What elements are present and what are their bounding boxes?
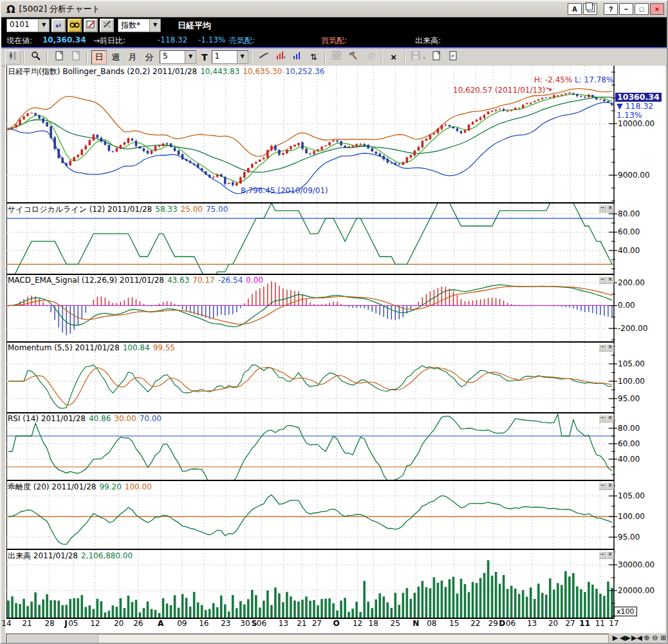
- page-property-button[interactable]: [429, 50, 444, 64]
- price-tag-value: 10360.34: [615, 93, 662, 102]
- grid-icon: [332, 51, 342, 61]
- panel-close-button[interactable]: ×: [606, 482, 614, 490]
- x-axis-label: 20: [114, 619, 124, 628]
- window-titlebar[interactable]: Ω [5002] 分析チャート A ? − □ ×: [1, 1, 667, 17]
- delete-all-button[interactable]: ×: [386, 50, 402, 64]
- indicator-value: 70.17: [192, 276, 214, 285]
- close-button[interactable]: ×: [650, 3, 664, 15]
- eraser-button[interactable]: [363, 50, 378, 64]
- scrollbar-thumb[interactable]: [7, 634, 98, 643]
- x-axis-label: 21: [22, 619, 32, 628]
- panel-rsi-canvas[interactable]: [6, 413, 614, 480]
- svg-text:P: P: [451, 53, 454, 59]
- draw-off-button[interactable]: [100, 19, 114, 32]
- dropdown-icon[interactable]: ▼: [38, 19, 49, 32]
- x-axis-label: J: [64, 619, 67, 628]
- grid-layout-button[interactable]: [329, 50, 345, 64]
- panel-minimize-button[interactable]: −: [598, 276, 606, 284]
- panel-minimize-button[interactable]: −: [598, 551, 606, 559]
- x-axis-label: 06: [257, 619, 266, 628]
- minute-interval-value: 5: [160, 51, 185, 63]
- panel-mom-canvas[interactable]: [6, 343, 614, 412]
- panel-close-button[interactable]: ×: [606, 205, 614, 213]
- memo-edit-button[interactable]: [84, 19, 98, 32]
- zoom-in-button[interactable]: ⊕: [643, 634, 651, 643]
- window-title: [5002] 分析チャート: [19, 3, 100, 15]
- panel-close-button[interactable]: ×: [606, 344, 614, 352]
- sort-updown-button[interactable]: ⇅: [306, 50, 322, 64]
- scroll-right-button[interactable]: ▶: [611, 634, 619, 643]
- toolbar-separator: [46, 51, 48, 64]
- trendline-tool-button[interactable]: [256, 50, 272, 64]
- panel-title: 乖離度 (20) 2011/01/28: [8, 482, 96, 491]
- period-minute-button[interactable]: 分: [142, 50, 157, 64]
- panel-minimize-button[interactable]: −: [598, 415, 606, 422]
- bid-label: 買気配:: [321, 35, 347, 46]
- period-monthly-button[interactable]: 月: [125, 50, 140, 64]
- x-axis-label: 27: [312, 619, 322, 628]
- panel-close-button[interactable]: ×: [606, 551, 614, 559]
- panel-close-button[interactable]: ×: [606, 415, 614, 422]
- enter-button[interactable]: ↵: [51, 19, 66, 32]
- panel-close-button[interactable]: ×: [606, 276, 614, 284]
- help-button[interactable]: ?: [604, 3, 618, 15]
- indicator-red-button[interactable]: [273, 50, 288, 64]
- indicator-value: 30.00: [114, 414, 136, 423]
- minimize-button[interactable]: −: [619, 3, 633, 15]
- grid-toggle-button[interactable]: ⊞: [660, 634, 667, 643]
- symbol-code-combo[interactable]: 0101 ▼: [6, 19, 50, 32]
- save-button[interactable]: ▾: [409, 50, 428, 64]
- x-axis-label: 11: [595, 619, 605, 628]
- panel-minimize-button[interactable]: −: [598, 205, 606, 213]
- x-axis-label: 13: [279, 619, 288, 628]
- pencil-slash-icon: [102, 20, 112, 29]
- period-weekly-button[interactable]: 週: [108, 50, 124, 64]
- page-print-icon: P: [449, 51, 458, 61]
- panel-mom-header: Momentum (5,5) 2011/01/28100.8499.55: [8, 343, 178, 352]
- zoom-tool-button[interactable]: [28, 50, 44, 64]
- restore-page-button[interactable]: [68, 50, 84, 64]
- page-print-button[interactable]: P: [445, 50, 461, 64]
- maximize-button[interactable]: □: [635, 3, 649, 15]
- expand-spacing-button[interactable]: ◀▶: [620, 634, 631, 643]
- period-daily-button[interactable]: 日: [91, 50, 107, 64]
- x-axis-label: 18: [369, 619, 378, 628]
- eraser-icon: [365, 51, 376, 60]
- search-symbol-button[interactable]: [68, 19, 82, 32]
- x-axis-label: 13: [527, 619, 537, 628]
- symbol-code-value: 0101: [7, 19, 38, 32]
- indicator-blue-button[interactable]: [290, 50, 305, 64]
- y-axis-label: 80.00: [618, 424, 640, 433]
- chart-toolbar: 日 週 月 分 5 ▼ T 1 ▼ ⇅: [1, 48, 667, 66]
- y-axis-label: 0.00: [618, 301, 635, 310]
- panel-macd-canvas[interactable]: [6, 275, 614, 341]
- dropdown-icon[interactable]: ▼: [237, 51, 248, 63]
- tick-label: T: [201, 52, 208, 62]
- tick-interval-combo[interactable]: 1 ▼: [212, 50, 248, 64]
- x-axis-label: D: [499, 619, 505, 628]
- toolbar-separator: [86, 51, 88, 64]
- dropdown-icon[interactable]: ▼: [149, 19, 160, 32]
- toolbar-separator: [23, 51, 24, 64]
- x-axis-label: 30: [240, 619, 250, 628]
- panel-minimize-button[interactable]: −: [598, 344, 606, 352]
- tools-button[interactable]: [346, 50, 362, 64]
- minute-interval-combo[interactable]: 5 ▼: [160, 50, 196, 64]
- indicator-value: 100.84: [123, 343, 150, 352]
- dropdown-icon[interactable]: ▼: [185, 51, 196, 63]
- font-button[interactable]: A: [568, 3, 582, 15]
- indicator-value: 10,252.36: [285, 67, 324, 76]
- new-page-button[interactable]: [51, 50, 67, 64]
- market-type-combo[interactable]: 指数* ▼: [118, 19, 161, 32]
- y-axis-label: 60.00: [618, 227, 640, 236]
- low-price-label: 8,796.45 (2010/09/01): [241, 186, 328, 195]
- low-change-label: L: 17.78%: [575, 75, 613, 84]
- y-axis-label: 100.00: [618, 512, 645, 521]
- compress-spacing-button[interactable]: ▶◀: [631, 634, 642, 643]
- zoom-out-button[interactable]: ⊖: [651, 634, 659, 643]
- scrollbar-track[interactable]: [6, 634, 609, 644]
- duplicate-window-button[interactable]: [583, 3, 597, 15]
- candlestick-type-button[interactable]: [5, 50, 21, 64]
- panel-minimize-button[interactable]: −: [598, 482, 606, 490]
- y-axis-label: 100.00: [618, 377, 645, 386]
